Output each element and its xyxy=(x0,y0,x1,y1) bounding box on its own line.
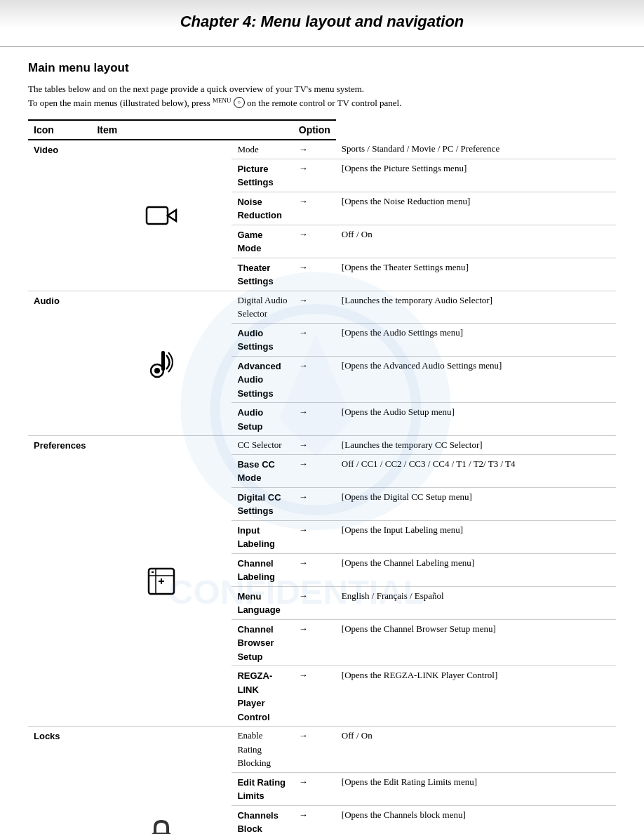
menu-item-name: Channels Block xyxy=(232,805,293,834)
menu-item-option: [Opens the Noise Reduction menu] xyxy=(336,192,616,225)
menu-item-option: [Opens the Channels block menu] xyxy=(336,805,616,834)
menu-item-option: [Opens the Advanced Audio Settings menu] xyxy=(336,356,616,403)
header-item: Item xyxy=(91,120,232,140)
menu-item-name: Noise Reduction xyxy=(232,192,293,225)
menu-item-option: [Launches the temporary Audio Selector] xyxy=(336,291,616,323)
arrow-cell: → xyxy=(293,553,336,586)
arrow-cell: → xyxy=(293,403,336,436)
svg-rect-5 xyxy=(161,351,165,371)
svg-marker-2 xyxy=(168,210,176,221)
icon-cell-locks xyxy=(91,727,232,834)
menu-item-option: Off / CC1 / CC2 / CC3 / CC4 / T1 / T2/ T… xyxy=(336,454,616,487)
arrow-cell: → xyxy=(293,436,336,455)
menu-item-option: [Opens the Audio Setup menu] xyxy=(336,403,616,436)
intro-line2b: on the remote control or TV control pane… xyxy=(247,98,401,108)
audio-icon xyxy=(97,348,226,379)
menu-item-name: Base CC Mode xyxy=(232,454,293,487)
arrow-cell: → xyxy=(293,192,336,225)
menu-item-option: [Opens the Theater Settings menu] xyxy=(336,258,616,291)
menu-item-option: [Opens the REGZA-LINK Player Control] xyxy=(336,666,616,727)
header-arrow xyxy=(232,120,293,140)
intro-paragraph: The tables below and on the next page pr… xyxy=(28,82,616,110)
video-icon xyxy=(97,201,226,230)
menu-item-name: CC Selector xyxy=(232,436,293,455)
header-icon: Icon xyxy=(28,120,91,140)
menu-item-name: Channel Labeling xyxy=(232,553,293,586)
arrow-cell: → xyxy=(293,805,336,834)
intro-line1: The tables below and on the next page pr… xyxy=(28,84,364,94)
arrow-cell: → xyxy=(293,487,336,520)
arrow-cell: → xyxy=(293,666,336,727)
menu-item-name: Picture Settings xyxy=(232,159,293,192)
table-row: Locks Enable Rating Blocking→Off / On xyxy=(28,727,616,773)
menu-item-option: [Opens the Picture Settings menu] xyxy=(336,159,616,192)
svg-point-4 xyxy=(154,368,160,373)
menu-item-option: [Opens the Input Labeling menu] xyxy=(336,520,616,553)
group-name-audio: Audio xyxy=(34,296,60,306)
arrow-cell: → xyxy=(293,140,336,159)
group-label-video: Video xyxy=(28,140,91,291)
menu-item-name: Edit Rating Limits xyxy=(232,772,293,805)
menu-item-name: Audio Settings xyxy=(232,323,293,356)
menu-item-option: Off / On xyxy=(336,225,616,258)
chapter-title: Chapter 4: Menu layout and navigation xyxy=(0,0,644,47)
menu-item-option: [Opens the Channel Labeling menu] xyxy=(336,553,616,586)
menu-button-icon: ○ xyxy=(234,97,245,108)
intro-line2: To open the main menus (illustrated belo… xyxy=(28,98,210,108)
icon-cell-preferences xyxy=(91,436,232,727)
group-label-locks: Locks xyxy=(28,727,91,834)
main-menu-table: Icon Item Option Video Mode→Sports / Sta… xyxy=(28,119,616,834)
menu-item-name: Audio Setup xyxy=(232,403,293,436)
arrow-cell: → xyxy=(293,159,336,192)
menu-item-option: [Opens the Digital CC Setup menu] xyxy=(336,487,616,520)
icon-cell-audio xyxy=(91,291,232,436)
menu-item-name: Game Mode xyxy=(232,225,293,258)
arrow-cell: → xyxy=(293,454,336,487)
arrow-cell: → xyxy=(293,323,336,356)
menu-item-name: Enable Rating Blocking xyxy=(232,727,293,773)
icon-cell-video xyxy=(91,140,232,291)
menu-label-sup: MENU xyxy=(213,97,232,104)
group-label-audio: Audio xyxy=(28,291,91,436)
table-header-row: Icon Item Option xyxy=(28,120,616,140)
menu-item-name: REGZA-LINK Player Control xyxy=(232,666,293,727)
group-name-locks: Locks xyxy=(34,731,60,741)
arrow-cell: → xyxy=(293,225,336,258)
arrow-cell: → xyxy=(293,586,336,619)
menu-item-option: [Opens the Channel Browser Setup menu] xyxy=(336,619,616,666)
table-row: Preferences CC Selector→[Launches the te… xyxy=(28,436,616,455)
menu-item-option: Off / On xyxy=(336,727,616,773)
table-row: Audio Digital Audio Selector→[Launches t… xyxy=(28,291,616,323)
preferences-icon xyxy=(97,566,226,597)
menu-item-name: Menu Language xyxy=(232,586,293,619)
menu-item-name: Digital Audio Selector xyxy=(232,291,293,323)
group-name-video: Video xyxy=(34,145,58,155)
arrow-cell: → xyxy=(293,258,336,291)
menu-item-option: Sports / Standard / Movie / PC / Prefere… xyxy=(336,140,616,159)
header-option: Option xyxy=(293,120,336,140)
table-row: Video Mode→Sports / Standard / Movie / P… xyxy=(28,140,616,159)
arrow-cell: → xyxy=(293,291,336,323)
arrow-cell: → xyxy=(293,619,336,666)
svg-rect-1 xyxy=(147,207,168,224)
menu-item-name: Advanced Audio Settings xyxy=(232,356,293,403)
menu-item-name: Input Labeling xyxy=(232,520,293,553)
menu-item-option: [Opens the Edit Rating Limits menu] xyxy=(336,772,616,805)
arrow-cell: → xyxy=(293,772,336,805)
section-title: Main menu layout xyxy=(28,61,616,75)
menu-item-option: English / Français / Español xyxy=(336,586,616,619)
menu-item-name: Channel Browser Setup xyxy=(232,619,293,666)
arrow-cell: → xyxy=(293,727,336,773)
menu-item-name: Digital CC Settings xyxy=(232,487,293,520)
menu-item-name: Mode xyxy=(232,140,293,159)
group-name-preferences: Preferences xyxy=(34,440,86,451)
locks-icon xyxy=(97,819,226,834)
arrow-cell: → xyxy=(293,356,336,403)
menu-item-option: [Opens the Audio Settings menu] xyxy=(336,323,616,356)
arrow-cell: → xyxy=(293,520,336,553)
menu-item-option: [Launches the temporary CC Selector] xyxy=(336,436,616,455)
group-label-preferences: Preferences xyxy=(28,436,91,727)
menu-item-name: Theater Settings xyxy=(232,258,293,291)
